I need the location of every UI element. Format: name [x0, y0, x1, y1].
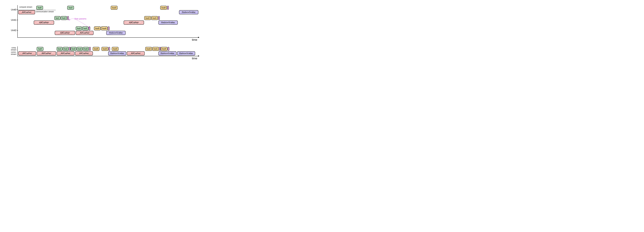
op-label: fwd1	[56, 17, 60, 19]
fwd-op: fwd4	[77, 47, 83, 51]
op-label: AllGather	[39, 21, 49, 24]
fwd-op: fwd0	[37, 47, 44, 51]
free-params-op	[108, 47, 110, 51]
dashed-separator	[18, 10, 56, 10]
op-label: fwd1	[58, 48, 62, 50]
allgather-op: AllGather	[18, 10, 35, 14]
op-label: bwd0	[162, 7, 166, 9]
op-label: fwd0	[38, 48, 42, 50]
fwd-op: fwd0	[36, 6, 43, 10]
op-label: fwd5	[83, 27, 87, 29]
x-axis-label: time	[192, 57, 197, 60]
free-params-op	[69, 47, 70, 51]
op-label: bwd4	[103, 48, 107, 50]
op-label: ReduceScatter	[179, 52, 193, 55]
reducescatter-op: ReduceScatter	[108, 51, 126, 56]
free-params-op	[88, 27, 90, 30]
y-axis	[18, 47, 18, 56]
op-label: bwd2	[146, 48, 151, 50]
y-tick	[17, 20, 18, 20]
op-label: fwd2	[62, 17, 66, 19]
reducescatter-op: ReduceScatter	[179, 10, 198, 14]
bwd-op: bwd1	[152, 47, 159, 51]
x-axis-arrow	[198, 55, 200, 57]
timeline-chart-bottom: timecomp. streamcomm. streamfwd0fwd1fwd2…	[5, 47, 200, 60]
op-label: AllGather	[60, 32, 70, 34]
bwd-op: bwd0	[160, 6, 167, 10]
allgather-op: AllGather	[57, 51, 74, 56]
reducescatter-op: ReduceScatter	[106, 31, 126, 35]
fwd-op: fwd5	[83, 47, 89, 51]
compute-stream-label: compute stream	[19, 6, 32, 8]
op-label: bwd0	[162, 48, 166, 50]
op-label: bwd1	[152, 17, 156, 19]
bwd-op: bwd1	[151, 16, 158, 20]
fwd-op: fwd2	[61, 16, 67, 20]
op-label: fwd4	[78, 48, 82, 50]
communication-stream-label: communication stream	[36, 11, 54, 13]
x-axis-label: time	[192, 38, 197, 42]
allgather-op: AllGather	[124, 21, 144, 25]
fwd-op: fwd3	[70, 47, 76, 51]
op-label: AllGather	[22, 11, 32, 14]
bwd-op: bwd3	[111, 6, 118, 10]
bwd-op: bwd4	[101, 27, 108, 30]
free-params-op	[167, 6, 169, 10]
fwd-op: fwd4	[76, 27, 82, 30]
bwd-op: bwd5	[93, 47, 100, 51]
bwd-op: bwd2	[145, 47, 152, 51]
allgather-op: AllGather	[75, 51, 93, 56]
y-tick	[17, 30, 18, 31]
free-params-op	[67, 16, 69, 20]
op-label: AllGather	[131, 52, 140, 55]
op-label: AllGather	[22, 52, 32, 55]
lane-label: Unit2	[5, 29, 16, 32]
op-label: ReduceScatter	[160, 52, 174, 55]
reducescatter-op: ReduceScatter	[177, 51, 195, 56]
bwd-op: bwd0	[161, 47, 168, 51]
fwd-op: fwd2	[63, 47, 69, 51]
op-label: fwd4	[77, 27, 81, 29]
op-label: fwd2	[64, 48, 68, 50]
op-label: bwd2	[146, 17, 150, 19]
bwd-op: bwd5	[94, 27, 101, 30]
op-label: bwd1	[154, 48, 158, 50]
x-axis	[18, 56, 198, 56]
reducescatter-op: ReduceScatter	[158, 21, 178, 25]
op-label: fwd5	[84, 48, 88, 50]
bwd-op: bwd3	[112, 47, 118, 51]
free-params-op	[89, 47, 91, 51]
op-label: bwd5	[94, 48, 98, 50]
bwd-op: bwd2	[144, 16, 151, 20]
op-label: fwd3	[69, 7, 72, 9]
op-label: fwd0	[38, 7, 42, 9]
y-tick	[17, 10, 18, 10]
free-params-op	[108, 27, 110, 30]
reducescatter-op: ReduceScatter	[158, 51, 176, 56]
fwd-op: fwd1	[54, 16, 60, 20]
allgather-op: AllGather	[55, 31, 75, 35]
op-label: ReduceScatter	[109, 32, 123, 34]
op-label: AllGather	[79, 52, 89, 55]
op-label: AllGather	[129, 21, 138, 24]
op-label: fwd3	[72, 48, 76, 50]
op-label: ReduceScatter	[161, 22, 175, 24]
fwd-op: fwd5	[82, 27, 88, 30]
op-label: ReduceScatter	[182, 11, 196, 14]
allgather-op: AllGather	[127, 51, 145, 56]
free-params-op	[158, 16, 160, 20]
op-label: AllGather	[80, 32, 90, 34]
allgather-op: AllGather	[37, 51, 56, 56]
y-axis	[18, 5, 18, 37]
free-params-op	[159, 47, 161, 51]
allgather-op: AllGather	[34, 21, 54, 25]
x-axis	[18, 37, 198, 38]
comp-stream-label: comp. stream	[5, 47, 16, 51]
x-axis-arrow	[198, 37, 200, 38]
bwd-op: bwd4	[102, 47, 108, 51]
lane-label: Unit1	[5, 19, 16, 22]
comm-stream-label: comm. stream	[5, 51, 16, 55]
allgather-op: AllGather	[76, 31, 94, 35]
op-label: ReduceScatter	[110, 52, 124, 55]
op-label: bwd3	[112, 7, 116, 9]
